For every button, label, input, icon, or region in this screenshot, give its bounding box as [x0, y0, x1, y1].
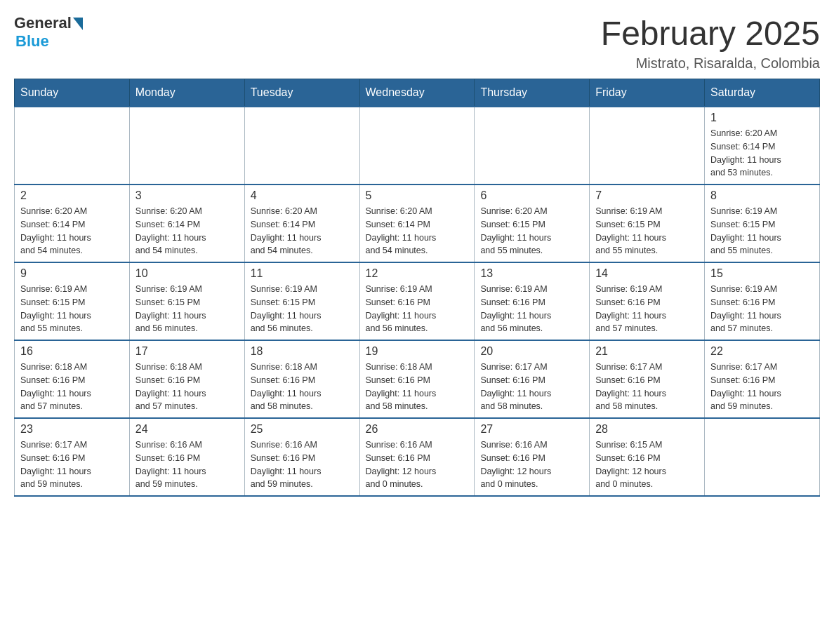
- day-info: Sunrise: 6:15 AMSunset: 6:16 PMDaylight:…: [595, 438, 699, 491]
- calendar-cell: 28Sunrise: 6:15 AMSunset: 6:16 PMDayligh…: [590, 418, 705, 496]
- day-info: Sunrise: 6:19 AMSunset: 6:16 PMDaylight:…: [366, 283, 469, 335]
- location: Mistrato, Risaralda, Colombia: [601, 55, 820, 72]
- logo-blue-text: Blue: [15, 32, 49, 51]
- weekday-header-saturday: Saturday: [705, 79, 820, 107]
- day-number: 26: [366, 423, 469, 436]
- day-info: Sunrise: 6:18 AMSunset: 6:16 PMDaylight:…: [366, 361, 469, 413]
- calendar-cell: 6Sunrise: 6:20 AMSunset: 6:15 PMDaylight…: [475, 185, 590, 262]
- day-number: 22: [710, 345, 814, 358]
- day-info: Sunrise: 6:20 AMSunset: 6:14 PMDaylight:…: [366, 205, 469, 257]
- calendar-week-1: 1Sunrise: 6:20 AMSunset: 6:14 PMDaylight…: [15, 107, 820, 185]
- day-info: Sunrise: 6:16 AMSunset: 6:16 PMDaylight:…: [135, 438, 239, 491]
- calendar-cell: 12Sunrise: 6:19 AMSunset: 6:16 PMDayligh…: [359, 262, 475, 340]
- calendar-table: SundayMondayTuesdayWednesdayThursdayFrid…: [14, 79, 820, 497]
- calendar-cell: 8Sunrise: 6:19 AMSunset: 6:15 PMDaylight…: [705, 185, 820, 262]
- calendar-cell: 25Sunrise: 6:16 AMSunset: 6:16 PMDayligh…: [244, 418, 359, 496]
- day-number: 18: [251, 345, 354, 358]
- calendar-cell: [15, 107, 130, 185]
- day-info: Sunrise: 6:17 AMSunset: 6:16 PMDaylight:…: [710, 361, 814, 413]
- calendar-cell: 11Sunrise: 6:19 AMSunset: 6:15 PMDayligh…: [244, 262, 359, 340]
- calendar-cell: 26Sunrise: 6:16 AMSunset: 6:16 PMDayligh…: [359, 418, 475, 496]
- day-number: 7: [595, 189, 699, 202]
- calendar-cell: [359, 107, 475, 185]
- day-info: Sunrise: 6:17 AMSunset: 6:16 PMDaylight:…: [480, 361, 583, 413]
- day-info: Sunrise: 6:18 AMSunset: 6:16 PMDaylight:…: [20, 361, 124, 413]
- day-number: 13: [480, 267, 583, 280]
- day-info: Sunrise: 6:20 AMSunset: 6:15 PMDaylight:…: [480, 205, 583, 257]
- day-number: 4: [251, 189, 354, 202]
- day-number: 11: [251, 267, 354, 280]
- calendar-cell: 19Sunrise: 6:18 AMSunset: 6:16 PMDayligh…: [359, 340, 475, 418]
- weekday-header-thursday: Thursday: [475, 79, 590, 107]
- day-number: 8: [710, 189, 814, 202]
- day-number: 10: [135, 267, 239, 280]
- day-info: Sunrise: 6:19 AMSunset: 6:15 PMDaylight:…: [710, 205, 814, 257]
- calendar-cell: [705, 418, 820, 496]
- calendar-cell: 9Sunrise: 6:19 AMSunset: 6:15 PMDaylight…: [15, 262, 130, 340]
- day-number: 3: [135, 189, 239, 202]
- calendar-cell: 15Sunrise: 6:19 AMSunset: 6:16 PMDayligh…: [705, 262, 820, 340]
- day-number: 21: [595, 345, 699, 358]
- day-number: 25: [251, 423, 354, 436]
- calendar-cell: 18Sunrise: 6:18 AMSunset: 6:16 PMDayligh…: [244, 340, 359, 418]
- weekday-header-wednesday: Wednesday: [359, 79, 475, 107]
- page-header: General Blue February 2025 Mistrato, Ris…: [14, 14, 820, 72]
- calendar-cell: [244, 107, 359, 185]
- calendar-cell: 2Sunrise: 6:20 AMSunset: 6:14 PMDaylight…: [15, 185, 130, 262]
- day-info: Sunrise: 6:19 AMSunset: 6:15 PMDaylight:…: [135, 283, 239, 335]
- day-number: 20: [480, 345, 583, 358]
- calendar-cell: 27Sunrise: 6:16 AMSunset: 6:16 PMDayligh…: [475, 418, 590, 496]
- day-info: Sunrise: 6:19 AMSunset: 6:15 PMDaylight:…: [595, 205, 699, 257]
- day-info: Sunrise: 6:19 AMSunset: 6:15 PMDaylight:…: [251, 283, 354, 335]
- calendar-cell: 21Sunrise: 6:17 AMSunset: 6:16 PMDayligh…: [590, 340, 705, 418]
- day-number: 6: [480, 189, 583, 202]
- logo-arrow-icon: [73, 18, 83, 30]
- calendar-cell: 14Sunrise: 6:19 AMSunset: 6:16 PMDayligh…: [590, 262, 705, 340]
- day-info: Sunrise: 6:20 AMSunset: 6:14 PMDaylight:…: [251, 205, 354, 257]
- day-info: Sunrise: 6:20 AMSunset: 6:14 PMDaylight:…: [710, 127, 814, 180]
- calendar-cell: 17Sunrise: 6:18 AMSunset: 6:16 PMDayligh…: [129, 340, 244, 418]
- month-title: February 2025: [601, 14, 820, 53]
- weekday-header-sunday: Sunday: [15, 79, 130, 107]
- day-number: 23: [20, 423, 124, 436]
- day-info: Sunrise: 6:16 AMSunset: 6:16 PMDaylight:…: [480, 438, 583, 491]
- day-number: 1: [710, 112, 814, 124]
- day-info: Sunrise: 6:19 AMSunset: 6:16 PMDaylight:…: [710, 283, 814, 335]
- calendar-week-3: 9Sunrise: 6:19 AMSunset: 6:15 PMDaylight…: [15, 262, 820, 340]
- calendar-week-4: 16Sunrise: 6:18 AMSunset: 6:16 PMDayligh…: [15, 340, 820, 418]
- day-number: 16: [20, 345, 124, 358]
- day-number: 12: [366, 267, 469, 280]
- calendar-cell: 3Sunrise: 6:20 AMSunset: 6:14 PMDaylight…: [129, 185, 244, 262]
- day-info: Sunrise: 6:16 AMSunset: 6:16 PMDaylight:…: [251, 438, 354, 491]
- day-number: 24: [135, 423, 239, 436]
- day-number: 19: [366, 345, 469, 358]
- day-number: 2: [20, 189, 124, 202]
- logo: General Blue: [14, 14, 83, 51]
- calendar-cell: 23Sunrise: 6:17 AMSunset: 6:16 PMDayligh…: [15, 418, 130, 496]
- day-number: 27: [480, 423, 583, 436]
- calendar-cell: [129, 107, 244, 185]
- day-info: Sunrise: 6:18 AMSunset: 6:16 PMDaylight:…: [251, 361, 354, 413]
- day-info: Sunrise: 6:20 AMSunset: 6:14 PMDaylight:…: [20, 205, 124, 257]
- day-info: Sunrise: 6:18 AMSunset: 6:16 PMDaylight:…: [135, 361, 239, 413]
- calendar-cell: 13Sunrise: 6:19 AMSunset: 6:16 PMDayligh…: [475, 262, 590, 340]
- day-info: Sunrise: 6:19 AMSunset: 6:16 PMDaylight:…: [595, 283, 699, 335]
- calendar-week-2: 2Sunrise: 6:20 AMSunset: 6:14 PMDaylight…: [15, 185, 820, 262]
- logo-general-text: General: [14, 14, 72, 32]
- calendar-cell: [475, 107, 590, 185]
- calendar-week-5: 23Sunrise: 6:17 AMSunset: 6:16 PMDayligh…: [15, 418, 820, 496]
- day-number: 15: [710, 267, 814, 280]
- calendar-cell: 7Sunrise: 6:19 AMSunset: 6:15 PMDaylight…: [590, 185, 705, 262]
- calendar-cell: 20Sunrise: 6:17 AMSunset: 6:16 PMDayligh…: [475, 340, 590, 418]
- calendar-cell: 22Sunrise: 6:17 AMSunset: 6:16 PMDayligh…: [705, 340, 820, 418]
- calendar-cell: 10Sunrise: 6:19 AMSunset: 6:15 PMDayligh…: [129, 262, 244, 340]
- calendar-cell: [590, 107, 705, 185]
- day-number: 14: [595, 267, 699, 280]
- weekday-header-friday: Friday: [590, 79, 705, 107]
- day-info: Sunrise: 6:17 AMSunset: 6:16 PMDaylight:…: [595, 361, 699, 413]
- day-number: 17: [135, 345, 239, 358]
- day-number: 9: [20, 267, 124, 280]
- day-info: Sunrise: 6:20 AMSunset: 6:14 PMDaylight:…: [135, 205, 239, 257]
- calendar-cell: 16Sunrise: 6:18 AMSunset: 6:16 PMDayligh…: [15, 340, 130, 418]
- day-number: 5: [366, 189, 469, 202]
